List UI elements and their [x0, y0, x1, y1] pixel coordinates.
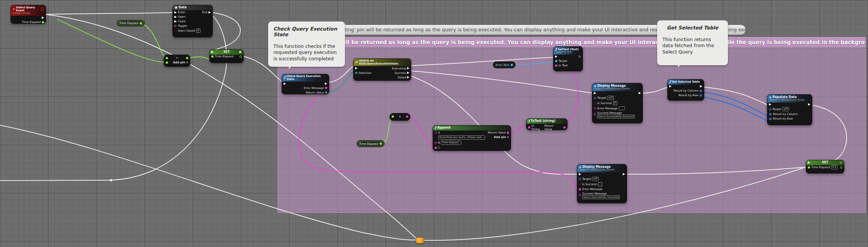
string-in-pin[interactable] [528, 126, 530, 129]
success-message-value[interactable]: Query Successfully Executed [597, 115, 635, 118]
string-out-pin[interactable] [325, 87, 327, 89]
exec-out-pin[interactable]: ▶ [407, 76, 409, 79]
exec-in-pin[interactable]: ▶ [669, 85, 671, 88]
exec-in-pin[interactable]: ▶ [769, 103, 771, 106]
float-out-pin[interactable] [240, 55, 242, 58]
a-value[interactable]: Executing your query...Please wait... [438, 135, 485, 140]
target-value[interactable]: self [592, 177, 598, 181]
float-in-pin[interactable] [166, 57, 168, 59]
float-wire[interactable] [141, 23, 165, 57]
node-populate-data[interactable]: ◆Populate Data Target is MSSQLQuery Demo… [767, 94, 812, 125]
exec-wire[interactable] [704, 87, 768, 105]
exec-out-pin[interactable]: ▶ [623, 173, 625, 176]
node-display-message-1[interactable]: ◆Display Message Target is MSSQLQuery De… [592, 83, 643, 123]
exec-out-pin[interactable]: ▶ [325, 82, 327, 85]
success-message-value[interactable]: Query Successfully Executed [582, 195, 620, 199]
exec-in-pin[interactable]: ▶ [579, 173, 581, 176]
object-out-pin[interactable] [511, 64, 513, 66]
node-display-message-2[interactable]: ◆Display Message Target is MSSQLQuery De… [577, 164, 627, 203]
map-out-pin[interactable]: ▦ [699, 94, 702, 97]
float-out-pin[interactable] [840, 166, 842, 169]
comment-bubble-get-selected-table[interactable]: Get Selected Table This function returns… [657, 20, 728, 65]
exec-in-pin[interactable]: ▶ [174, 20, 177, 23]
exec-in-pin[interactable]: ▷ [174, 25, 177, 28]
exec-out-pin[interactable]: ▶ [700, 85, 702, 88]
exec-out-pin[interactable]: ▷ [579, 55, 581, 58]
exec-out-pin[interactable]: ▶ [639, 92, 641, 95]
string-in-pin[interactable] [435, 142, 437, 144]
node-set-time-elapsed[interactable]: SET ▶▶ Time Elapsed [209, 49, 244, 63]
text-out-pin[interactable] [563, 126, 566, 129]
float-wire[interactable] [381, 117, 392, 143]
float-wire[interactable] [57, 19, 164, 62]
node-get-selected-table[interactable]: ƒGet Selected Table ▶▶ Result by Column▦… [667, 79, 704, 101]
exec-out-pin[interactable]: ▶ [407, 67, 409, 70]
map-out-pin[interactable]: ▦ [699, 89, 702, 92]
map-in-pin[interactable]: ▦ [769, 117, 772, 120]
reroute-node[interactable] [110, 179, 112, 181]
string-in-pin[interactable] [579, 188, 581, 190]
exec-wire[interactable] [643, 87, 668, 93]
checkbox-checked-icon[interactable]: ✔ [196, 29, 200, 33]
exec-wire[interactable] [627, 167, 807, 174]
exec-wire[interactable] [0, 15, 227, 181]
text-wire[interactable] [566, 68, 578, 124]
node-to-string-conversion[interactable] [390, 113, 410, 121]
float-in-pin[interactable] [392, 115, 394, 118]
float-out-pin[interactable] [380, 143, 382, 145]
string-in-pin[interactable] [594, 113, 596, 115]
exec-in-pin[interactable]: ▶ [808, 161, 810, 164]
node-set-time-elapsed-2[interactable]: SET ▶▷ Time Elapsed0.0 [806, 160, 844, 173]
node-get-time-elapsed-2[interactable]: Time Elapsed [357, 140, 384, 147]
exec-in-pin[interactable]: ▶ [211, 51, 214, 54]
exec-in-pin[interactable]: ▶ [355, 67, 357, 70]
bool-in-pin[interactable] [579, 183, 581, 186]
plus-icon[interactable]: + [507, 135, 509, 139]
node-get-time-elapsed[interactable]: Time Elapsed [117, 20, 145, 26]
node-settext[interactable]: ƒSetText (Text) Target is Text ▶▷ Target… [553, 46, 583, 71]
add-pin-label[interactable]: Add pin [494, 135, 506, 139]
exec-wire[interactable] [411, 57, 554, 66]
container-wire[interactable] [704, 92, 767, 116]
string-in-pin[interactable] [435, 132, 437, 134]
node-add-float[interactable]: + Add pin+ [164, 55, 190, 67]
checkbox-unchecked-icon[interactable] [598, 182, 602, 186]
exec-out-pin[interactable]: ▶ [407, 71, 409, 74]
target-value[interactable]: self [607, 96, 613, 100]
string-wire[interactable] [409, 117, 433, 146]
exec-out-pin[interactable]: ▶ [808, 103, 810, 106]
exec-wire[interactable] [0, 125, 416, 240]
checkbox-checked-icon[interactable]: ✔ [613, 101, 617, 105]
blueprint-canvas[interactable]: The 'Executing' pin will be returned as … [0, 0, 868, 247]
string-out-pin[interactable] [507, 132, 509, 134]
bool-in-pin[interactable] [174, 30, 177, 32]
comment-bubble-check-query[interactable]: Check Query Execution State This functio… [268, 21, 345, 67]
add-pin-label[interactable]: Add pin [173, 61, 185, 64]
exec-in-pin[interactable]: ▶ [555, 55, 557, 58]
float-out-pin[interactable] [42, 21, 44, 23]
exec-out-pin[interactable]: ▶ [240, 51, 242, 54]
object-in-pin[interactable] [594, 97, 596, 99]
object-in-pin[interactable] [769, 108, 771, 110]
float-in-pin[interactable] [166, 61, 168, 64]
float-in-pin[interactable] [211, 55, 214, 58]
node-append[interactable]: ƒAppend AReturn Value Executing your que… [433, 125, 511, 151]
node-totext-string[interactable]: ƒToText (string) In StringReturn Value [526, 118, 567, 130]
node-gate[interactable]: ▣Gate ▶EnterExit▶ ▶Open ▶Close ▷Toggle S… [172, 5, 213, 37]
exec-wire[interactable] [329, 66, 354, 82]
node-check-query-execution-state[interactable]: ƒCheck Query Execution State ▶▶ Error Me… [282, 74, 329, 94]
bool-in-pin[interactable] [594, 102, 596, 104]
node-get-error-text[interactable]: Error Text [493, 61, 516, 68]
float-in-pin[interactable] [808, 166, 810, 169]
object-wire[interactable] [517, 62, 553, 65]
exec-wire[interactable] [809, 105, 847, 166]
exec-in-pin[interactable]: ▶ [284, 82, 286, 85]
string-in-pin[interactable] [435, 147, 437, 149]
b-value[interactable]: Time Elapsed : [441, 141, 461, 145]
exec-in-pin[interactable]: ▶ [174, 15, 177, 18]
float-out-pin[interactable] [186, 57, 188, 59]
float-wire[interactable] [189, 57, 210, 60]
exec-in-pin[interactable]: ▶ [594, 92, 596, 95]
exec-in-pin[interactable]: ▶ [174, 11, 177, 14]
node-select-query-event[interactable]: ◆Select Query Event Custom Event ▶ Time … [11, 5, 46, 24]
